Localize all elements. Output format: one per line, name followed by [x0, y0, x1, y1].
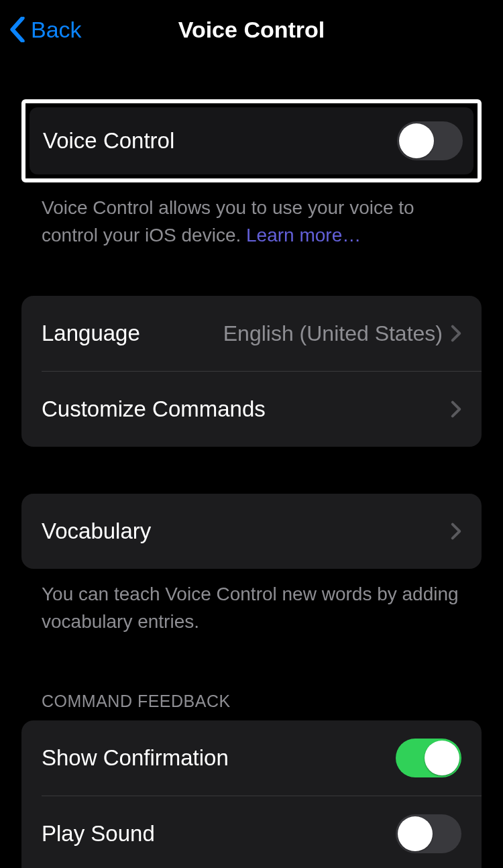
customize-commands-label: Customize Commands — [42, 396, 451, 422]
vocabulary-group: Vocabulary — [21, 494, 482, 569]
back-label: Back — [31, 17, 82, 43]
language-value: English (United States) — [223, 321, 443, 346]
show-confirmation-toggle[interactable] — [396, 739, 461, 777]
navbar: Back Voice Control — [0, 0, 503, 59]
vocabulary-footer: You can teach Voice Control new words by… — [21, 569, 482, 635]
vocabulary-label: Vocabulary — [42, 519, 451, 544]
back-button[interactable]: Back — [9, 17, 82, 43]
chevron-right-icon — [451, 523, 461, 540]
toggle-knob — [399, 123, 434, 158]
command-feedback-group: Show Confirmation Play Sound — [21, 720, 482, 868]
voice-control-toggle[interactable] — [397, 121, 463, 160]
voice-control-highlight: Voice Control — [21, 99, 482, 182]
language-row[interactable]: Language English (United States) — [21, 296, 482, 371]
chevron-right-icon — [451, 325, 461, 342]
chevron-left-icon — [9, 17, 25, 42]
play-sound-label: Play Sound — [42, 821, 396, 847]
show-confirmation-label: Show Confirmation — [42, 745, 396, 771]
toggle-knob — [425, 741, 459, 775]
toggle-knob — [398, 816, 433, 851]
show-confirmation-row[interactable]: Show Confirmation — [21, 720, 482, 796]
play-sound-row[interactable]: Play Sound — [21, 796, 482, 868]
customize-commands-row[interactable]: Customize Commands — [21, 372, 482, 447]
language-group: Language English (United States) Customi… — [21, 296, 482, 447]
voice-control-label: Voice Control — [43, 128, 397, 154]
learn-more-link[interactable]: Learn more… — [246, 225, 361, 246]
chevron-right-icon — [451, 400, 461, 418]
command-feedback-header: COMMAND FEEDBACK — [21, 692, 482, 720]
vocabulary-row[interactable]: Vocabulary — [21, 494, 482, 569]
voice-control-row[interactable]: Voice Control — [30, 107, 473, 174]
play-sound-toggle[interactable] — [396, 814, 461, 853]
language-label: Language — [42, 321, 223, 346]
voice-control-footer: Voice Control allows you to use your voi… — [21, 182, 482, 249]
